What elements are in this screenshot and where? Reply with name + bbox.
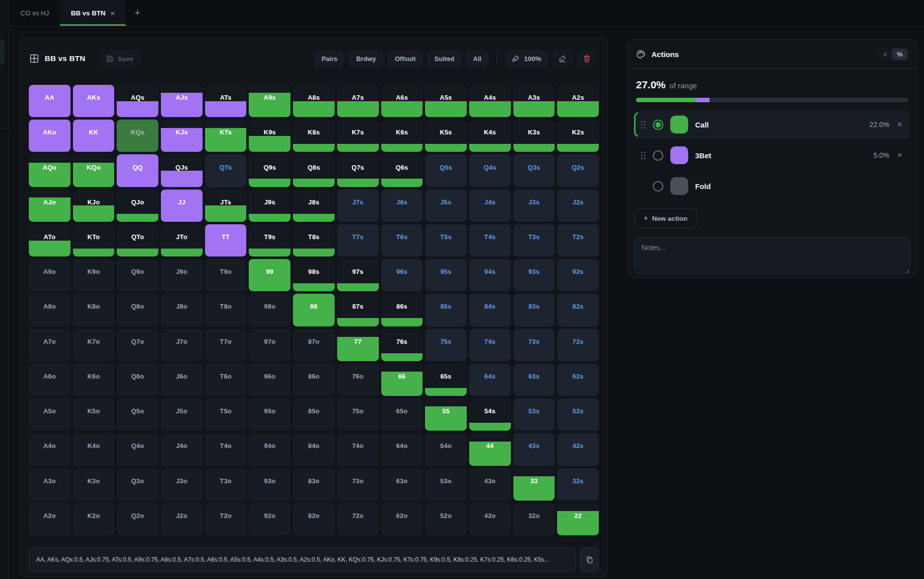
hand-JTs[interactable]: JTs xyxy=(205,190,247,222)
hand-K9s[interactable]: K9s xyxy=(249,120,290,152)
hand-J2s[interactable]: J2s xyxy=(557,190,599,222)
hand-T4o[interactable]: T4o xyxy=(205,433,247,465)
filter-button-all[interactable]: All xyxy=(466,51,489,67)
hand-92o[interactable]: 92o xyxy=(249,503,290,535)
hand-AJs[interactable]: AJs xyxy=(161,85,203,117)
hand-94s[interactable]: 94s xyxy=(469,259,511,291)
hand-72s[interactable]: 72s xyxy=(557,329,599,361)
hand-A6s[interactable]: A6s xyxy=(381,85,423,117)
hand-K5s[interactable]: K5s xyxy=(425,120,467,152)
hand-52o[interactable]: 52o xyxy=(425,503,467,535)
drag-handle-icon[interactable] xyxy=(641,152,646,159)
hand-J9o[interactable]: J9o xyxy=(161,259,203,291)
hand-K8o[interactable]: K8o xyxy=(73,294,115,326)
hand-A4s[interactable]: A4s xyxy=(469,85,511,117)
fold-color-swatch[interactable] xyxy=(670,177,688,195)
hand-T9o[interactable]: T9o xyxy=(205,259,247,291)
hand-95s[interactable]: 95s xyxy=(425,259,467,291)
hand-KQs[interactable]: KQs xyxy=(117,120,158,152)
fold-radio[interactable] xyxy=(653,181,663,192)
hand-T6s[interactable]: T6s xyxy=(381,224,423,257)
hand-92s[interactable]: 92s xyxy=(557,259,599,291)
remove-action-icon[interactable]: × xyxy=(896,120,903,129)
hand-JJ[interactable]: JJ xyxy=(161,190,203,222)
hand-K5o[interactable]: K5o xyxy=(73,398,115,431)
hand-T8o[interactable]: T8o xyxy=(205,294,247,326)
hand-Q4o[interactable]: Q4o xyxy=(117,433,158,465)
hand-65s[interactable]: 65s xyxy=(425,364,467,396)
hand-J5s[interactable]: J5s xyxy=(425,190,467,222)
hand-87s[interactable]: 87s xyxy=(337,294,379,326)
hand-T6o[interactable]: T6o xyxy=(205,364,247,396)
hand-T2o[interactable]: T2o xyxy=(205,503,247,535)
hand-T9s[interactable]: T9s xyxy=(249,224,290,257)
hand-54s[interactable]: 54s xyxy=(469,398,511,431)
hand-K7o[interactable]: K7o xyxy=(73,329,115,361)
hand-K2o[interactable]: K2o xyxy=(73,503,115,535)
hand-KQo[interactable]: KQo xyxy=(73,154,115,187)
hand-AQo[interactable]: AQo xyxy=(29,154,71,187)
hand-33[interactable]: 33 xyxy=(513,468,555,501)
hand-A4o[interactable]: A4o xyxy=(29,433,71,465)
hand-T7o[interactable]: T7o xyxy=(205,329,247,361)
toggle-hash[interactable]: # xyxy=(878,49,892,60)
hand-A7o[interactable]: A7o xyxy=(29,329,71,361)
hand-86o[interactable]: 86o xyxy=(293,364,335,396)
hand-98s[interactable]: 98s xyxy=(293,259,335,291)
hand-A9s[interactable]: A9s xyxy=(249,85,290,117)
hand-J8o[interactable]: J8o xyxy=(161,294,203,326)
hand-J5o[interactable]: J5o xyxy=(161,398,203,431)
hand-72o[interactable]: 72o xyxy=(337,503,379,535)
hand-73s[interactable]: 73s xyxy=(513,329,555,361)
hand-53o[interactable]: 53o xyxy=(425,468,467,501)
hand-K4o[interactable]: K4o xyxy=(73,433,115,465)
notes-textarea[interactable] xyxy=(634,237,910,274)
hand-Q2s[interactable]: Q2s xyxy=(557,154,599,187)
3bet-color-swatch[interactable] xyxy=(670,146,688,164)
hand-KJs[interactable]: KJs xyxy=(161,120,203,152)
hand-K3s[interactable]: K3s xyxy=(513,120,555,152)
toggle-percent[interactable]: % xyxy=(892,49,908,60)
hand-97o[interactable]: 97o xyxy=(249,329,290,361)
new-tab-button[interactable]: + xyxy=(126,0,149,26)
hand-32o[interactable]: 32o xyxy=(513,503,555,535)
hand-66[interactable]: 66 xyxy=(381,364,423,396)
hand-Q4s[interactable]: Q4s xyxy=(469,154,511,187)
hand-Q2o[interactable]: Q2o xyxy=(117,503,158,535)
hand-83o[interactable]: 83o xyxy=(293,468,335,501)
hand-A8s[interactable]: A8s xyxy=(293,85,335,117)
hand-77[interactable]: 77 xyxy=(337,329,379,361)
range-string-input[interactable] xyxy=(29,547,576,572)
hand-K6o[interactable]: K6o xyxy=(73,364,115,396)
hand-T7s[interactable]: T7s xyxy=(337,224,379,257)
hand-J8s[interactable]: J8s xyxy=(293,190,335,222)
hand-65o[interactable]: 65o xyxy=(381,398,423,431)
hand-82s[interactable]: 82s xyxy=(557,294,599,326)
call-radio[interactable] xyxy=(653,120,663,130)
hand-QQ[interactable]: QQ xyxy=(117,154,158,187)
hand-A7s[interactable]: A7s xyxy=(337,85,379,117)
filter-button-pairs[interactable]: Pairs xyxy=(314,51,345,67)
hand-T4s[interactable]: T4s xyxy=(469,224,511,257)
hand-85o[interactable]: 85o xyxy=(293,398,335,431)
hand-94o[interactable]: 94o xyxy=(249,433,290,465)
hand-96s[interactable]: 96s xyxy=(381,259,423,291)
eraser-button[interactable] xyxy=(552,50,573,67)
hand-96o[interactable]: 96o xyxy=(249,364,290,396)
hand-K8s[interactable]: K8s xyxy=(293,120,335,152)
hand-T3s[interactable]: T3s xyxy=(513,224,555,257)
remove-action-icon[interactable]: × xyxy=(896,150,903,160)
tab-co-vs-hj[interactable]: CO vs HJ xyxy=(9,0,60,26)
hand-KK[interactable]: KK xyxy=(73,120,115,152)
hand-98o[interactable]: 98o xyxy=(249,294,290,326)
hand-22[interactable]: 22 xyxy=(557,503,599,535)
hand-T3o[interactable]: T3o xyxy=(205,468,247,501)
hand-75o[interactable]: 75o xyxy=(337,398,379,431)
hand-J7o[interactable]: J7o xyxy=(161,329,203,361)
hand-A9o[interactable]: A9o xyxy=(29,259,71,291)
copy-range-button[interactable] xyxy=(580,547,599,572)
hand-TT[interactable]: TT xyxy=(205,224,247,257)
hand-99[interactable]: 99 xyxy=(249,259,290,291)
hand-62o[interactable]: 62o xyxy=(381,503,423,535)
hand-42o[interactable]: 42o xyxy=(469,503,511,535)
